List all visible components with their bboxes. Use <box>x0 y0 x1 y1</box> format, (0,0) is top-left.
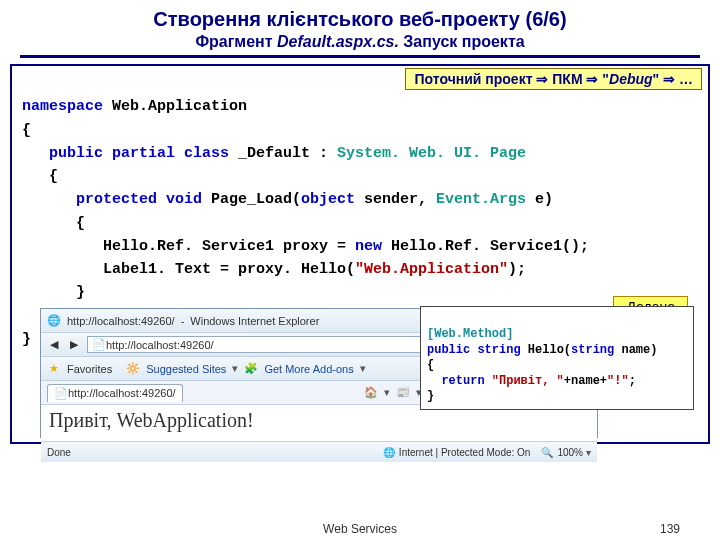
suggested-sites[interactable]: Suggested Sites <box>146 363 226 375</box>
status-mode: 🌐Internet | Protected Mode: On <box>382 445 531 459</box>
footer-center: Web Services <box>0 522 720 536</box>
hint-box: Поточний проект ⇒ ПКМ ⇒ "Debug" ⇒ … <box>405 68 702 90</box>
address-bar[interactable]: 📄 http://localhost:49260/ <box>87 336 467 353</box>
status-zoom: 🔍100%▾ <box>540 445 591 459</box>
browser-tab[interactable]: 📄 http://localhost:49260/ <box>47 384 183 402</box>
slide-title: Створення клієнтського веб-проекту (6/6)… <box>20 8 700 51</box>
snippet-box: [Web.Method] public string Hello(string … <box>420 306 694 410</box>
browser-content: Привіт, WebApplication! <box>41 405 597 441</box>
back-icon[interactable]: ◀ <box>47 338 61 352</box>
title-sub: Фрагмент Default.aspx.cs. Запуск проекта <box>20 33 700 51</box>
tab-page-icon: 📄 <box>54 386 68 400</box>
title-rule <box>20 55 700 58</box>
zoom-icon[interactable]: 🔍 <box>540 445 554 459</box>
home-icon[interactable]: 🏠 <box>364 386 378 400</box>
footer: Web Services 139 <box>0 522 720 536</box>
status-done: Done <box>47 447 71 458</box>
forward-icon[interactable]: ▶ <box>67 338 81 352</box>
title-main: Створення клієнтського веб-проекту (6/6) <box>20 8 700 31</box>
suggest-icon[interactable]: 🔆 <box>126 362 140 376</box>
feed-icon[interactable]: 📰 <box>396 386 410 400</box>
get-addons[interactable]: Get More Add-ons <box>264 363 353 375</box>
page-icon: 📄 <box>92 338 106 352</box>
globe-icon: 🌐 <box>382 445 396 459</box>
favorites-label[interactable]: Favorites <box>67 363 112 375</box>
ie-icon: 🌐 <box>47 314 61 328</box>
addon-icon[interactable]: 🧩 <box>244 362 258 376</box>
content-box: Поточний проект ⇒ ПКМ ⇒ "Debug" ⇒ … name… <box>10 64 710 444</box>
title-url: http://localhost:49260/ <box>67 315 175 327</box>
star-icon[interactable]: ★ <box>47 362 61 376</box>
browser-statusbar: Done 🌐Internet | Protected Mode: On 🔍100… <box>41 441 597 462</box>
title-app: Windows Internet Explorer <box>190 315 319 327</box>
